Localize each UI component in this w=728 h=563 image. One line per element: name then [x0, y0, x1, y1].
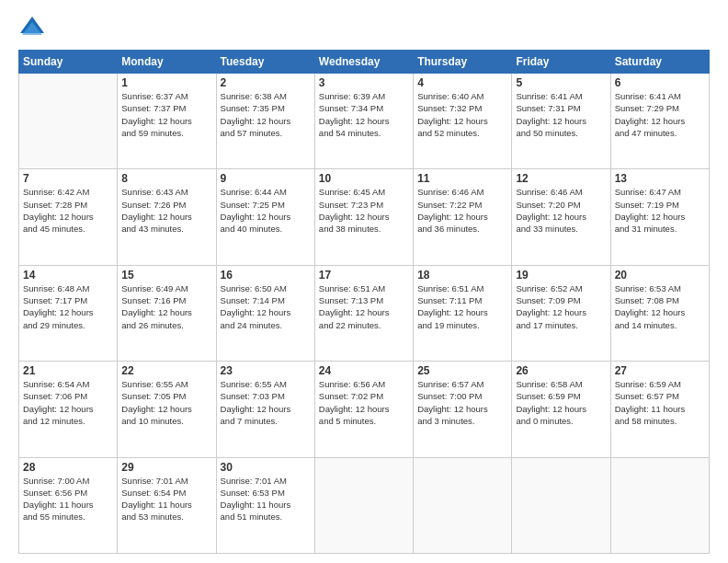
calendar-cell: [610, 457, 709, 553]
day-number: 7: [23, 172, 113, 185]
day-number: 28: [23, 461, 113, 474]
day-info: Sunrise: 6:58 AMSunset: 6:59 PMDaylight:…: [516, 378, 606, 427]
day-info: Sunrise: 6:51 AMSunset: 7:11 PMDaylight:…: [417, 282, 507, 331]
day-info: Sunrise: 6:44 AMSunset: 7:25 PMDaylight:…: [221, 186, 311, 235]
calendar-cell: 20 Sunrise: 6:53 AMSunset: 7:08 PMDaylig…: [610, 265, 709, 361]
day-info: Sunrise: 6:49 AMSunset: 7:16 PMDaylight:…: [121, 282, 211, 331]
calendar-cell: 23 Sunrise: 6:55 AMSunset: 7:03 PMDaylig…: [216, 362, 314, 457]
weekday-header: Thursday: [414, 51, 512, 74]
day-number: 29: [121, 461, 211, 474]
day-number: 12: [516, 172, 606, 185]
day-info: Sunrise: 6:46 AMSunset: 7:20 PMDaylight:…: [516, 186, 606, 235]
day-info: Sunrise: 6:48 AMSunset: 7:17 PMDaylight:…: [23, 282, 113, 331]
calendar-cell: [19, 74, 118, 169]
calendar-cell: 8 Sunrise: 6:43 AMSunset: 7:26 PMDayligh…: [118, 169, 216, 265]
logo-icon: [18, 15, 46, 42]
day-info: Sunrise: 6:41 AMSunset: 7:29 PMDaylight:…: [615, 90, 705, 139]
day-info: Sunrise: 6:46 AMSunset: 7:22 PMDaylight:…: [417, 186, 507, 235]
calendar-cell: 17 Sunrise: 6:51 AMSunset: 7:13 PMDaylig…: [314, 265, 413, 361]
day-number: 23: [221, 364, 311, 377]
day-info: Sunrise: 6:51 AMSunset: 7:13 PMDaylight:…: [319, 282, 409, 331]
weekday-header: Saturday: [610, 51, 709, 74]
calendar-cell: 9 Sunrise: 6:44 AMSunset: 7:25 PMDayligh…: [216, 169, 314, 265]
day-number: 11: [417, 172, 507, 185]
calendar-cell: 22 Sunrise: 6:55 AMSunset: 7:05 PMDaylig…: [118, 362, 216, 457]
calendar-cell: 7 Sunrise: 6:42 AMSunset: 7:28 PMDayligh…: [19, 169, 118, 265]
calendar-cell: 21 Sunrise: 6:54 AMSunset: 7:06 PMDaylig…: [19, 362, 118, 457]
calendar-cell: 1 Sunrise: 6:37 AMSunset: 7:37 PMDayligh…: [118, 74, 216, 169]
day-number: 5: [516, 76, 606, 89]
calendar-cell: 3 Sunrise: 6:39 AMSunset: 7:34 PMDayligh…: [314, 74, 413, 169]
weekday-header: Monday: [118, 51, 216, 74]
calendar-cell: 10 Sunrise: 6:45 AMSunset: 7:23 PMDaylig…: [314, 169, 413, 265]
calendar-cell: 13 Sunrise: 6:47 AMSunset: 7:19 PMDaylig…: [610, 169, 709, 265]
calendar-cell: 28 Sunrise: 7:00 AMSunset: 6:56 PMDaylig…: [19, 457, 118, 553]
day-info: Sunrise: 7:00 AMSunset: 6:56 PMDaylight:…: [23, 475, 113, 523]
day-number: 3: [319, 76, 409, 89]
day-info: Sunrise: 6:47 AMSunset: 7:19 PMDaylight:…: [615, 186, 705, 235]
day-info: Sunrise: 6:54 AMSunset: 7:06 PMDaylight:…: [23, 378, 113, 427]
day-info: Sunrise: 6:56 AMSunset: 7:02 PMDaylight:…: [319, 378, 409, 427]
day-info: Sunrise: 6:53 AMSunset: 7:08 PMDaylight:…: [615, 282, 705, 331]
page: SundayMondayTuesdayWednesdayThursdayFrid…: [0, 0, 728, 563]
day-info: Sunrise: 6:52 AMSunset: 7:09 PMDaylight:…: [516, 282, 606, 331]
day-number: 8: [121, 172, 211, 185]
day-info: Sunrise: 6:50 AMSunset: 7:14 PMDaylight:…: [221, 282, 311, 331]
calendar-cell: 2 Sunrise: 6:38 AMSunset: 7:35 PMDayligh…: [216, 74, 314, 169]
day-number: 1: [121, 76, 211, 89]
day-number: 19: [516, 269, 606, 282]
day-number: 22: [121, 364, 211, 377]
calendar-cell: 6 Sunrise: 6:41 AMSunset: 7:29 PMDayligh…: [610, 74, 709, 169]
day-number: 10: [319, 172, 409, 185]
day-number: 21: [23, 364, 113, 377]
day-number: 20: [615, 269, 705, 282]
calendar-cell: 11 Sunrise: 6:46 AMSunset: 7:22 PMDaylig…: [414, 169, 512, 265]
day-number: 18: [417, 269, 507, 282]
calendar-week-row: 28 Sunrise: 7:00 AMSunset: 6:56 PMDaylig…: [19, 457, 710, 553]
day-info: Sunrise: 6:38 AMSunset: 7:35 PMDaylight:…: [221, 90, 311, 139]
calendar-cell: 18 Sunrise: 6:51 AMSunset: 7:11 PMDaylig…: [414, 265, 512, 361]
calendar-cell: 4 Sunrise: 6:40 AMSunset: 7:32 PMDayligh…: [414, 74, 512, 169]
calendar-cell: 19 Sunrise: 6:52 AMSunset: 7:09 PMDaylig…: [512, 265, 610, 361]
calendar-cell: 24 Sunrise: 6:56 AMSunset: 7:02 PMDaylig…: [314, 362, 413, 457]
calendar-cell: 29 Sunrise: 7:01 AMSunset: 6:54 PMDaylig…: [118, 457, 216, 553]
day-info: Sunrise: 7:01 AMSunset: 6:54 PMDaylight:…: [121, 475, 211, 523]
day-info: Sunrise: 6:43 AMSunset: 7:26 PMDaylight:…: [121, 186, 211, 235]
calendar-week-row: 7 Sunrise: 6:42 AMSunset: 7:28 PMDayligh…: [19, 169, 710, 265]
day-info: Sunrise: 6:45 AMSunset: 7:23 PMDaylight:…: [319, 186, 409, 235]
day-number: 13: [615, 172, 705, 185]
day-info: Sunrise: 6:42 AMSunset: 7:28 PMDaylight:…: [23, 186, 113, 235]
weekday-header: Friday: [512, 51, 610, 74]
calendar-week-row: 1 Sunrise: 6:37 AMSunset: 7:37 PMDayligh…: [19, 74, 710, 169]
day-info: Sunrise: 6:40 AMSunset: 7:32 PMDaylight:…: [417, 90, 507, 139]
logo: [18, 15, 50, 42]
calendar-table: SundayMondayTuesdayWednesdayThursdayFrid…: [18, 50, 710, 554]
calendar-cell: [314, 457, 413, 553]
day-number: 6: [615, 76, 705, 89]
day-info: Sunrise: 6:59 AMSunset: 6:57 PMDaylight:…: [615, 378, 705, 427]
day-number: 16: [221, 269, 311, 282]
calendar-cell: 30 Sunrise: 7:01 AMSunset: 6:53 PMDaylig…: [216, 457, 314, 553]
calendar-cell: [414, 457, 512, 553]
day-number: 2: [221, 76, 311, 89]
day-number: 24: [319, 364, 409, 377]
day-number: 9: [221, 172, 311, 185]
weekday-header: Wednesday: [314, 51, 413, 74]
day-info: Sunrise: 6:37 AMSunset: 7:37 PMDaylight:…: [121, 90, 211, 139]
calendar-week-row: 21 Sunrise: 6:54 AMSunset: 7:06 PMDaylig…: [19, 362, 710, 457]
day-info: Sunrise: 7:01 AMSunset: 6:53 PMDaylight:…: [221, 475, 311, 523]
calendar-cell: 26 Sunrise: 6:58 AMSunset: 6:59 PMDaylig…: [512, 362, 610, 457]
day-number: 26: [516, 364, 606, 377]
calendar-cell: 27 Sunrise: 6:59 AMSunset: 6:57 PMDaylig…: [610, 362, 709, 457]
weekday-header-row: SundayMondayTuesdayWednesdayThursdayFrid…: [19, 51, 710, 74]
day-number: 25: [417, 364, 507, 377]
day-number: 30: [221, 461, 311, 474]
day-number: 17: [319, 269, 409, 282]
day-info: Sunrise: 6:55 AMSunset: 7:05 PMDaylight:…: [121, 378, 211, 427]
day-number: 14: [23, 269, 113, 282]
calendar-cell: 16 Sunrise: 6:50 AMSunset: 7:14 PMDaylig…: [216, 265, 314, 361]
calendar-cell: 14 Sunrise: 6:48 AMSunset: 7:17 PMDaylig…: [19, 265, 118, 361]
calendar-week-row: 14 Sunrise: 6:48 AMSunset: 7:17 PMDaylig…: [19, 265, 710, 361]
day-info: Sunrise: 6:41 AMSunset: 7:31 PMDaylight:…: [516, 90, 606, 139]
calendar-cell: 12 Sunrise: 6:46 AMSunset: 7:20 PMDaylig…: [512, 169, 610, 265]
